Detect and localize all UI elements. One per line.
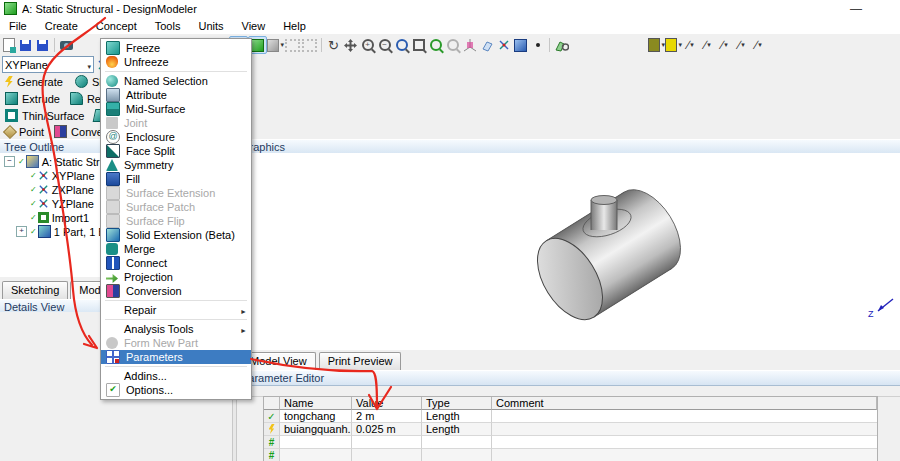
param-comment-cell[interactable] (492, 423, 877, 436)
menu-item-joint: Joint (101, 116, 251, 130)
param-name-cell[interactable]: tongchang (280, 410, 352, 423)
point-button[interactable]: Point (0, 124, 49, 139)
param-name-cell[interactable] (280, 436, 352, 449)
param-comment-cell[interactable] (492, 410, 877, 423)
menu-item-named-selection[interactable]: Named Selection (101, 74, 251, 88)
menu-item-face-split[interactable]: Face Split (101, 144, 251, 158)
point-icon (3, 124, 17, 138)
zoom-out-icon[interactable]: − (376, 37, 393, 53)
minimize-button[interactable]: — (850, 2, 862, 16)
zoom-to-fit-icon[interactable] (427, 37, 444, 53)
triad-z: Z (868, 299, 893, 319)
menu-item-conversion[interactable]: Conversion (101, 284, 251, 298)
tab-print-preview[interactable]: Print Preview (319, 352, 402, 370)
mid-surface-icon (106, 102, 120, 116)
generate-button[interactable]: Generate (0, 74, 68, 89)
thin-surface-button[interactable]: Thin/Surface (0, 108, 89, 123)
edge-color-icon-4[interactable]: ∕ (733, 37, 750, 53)
menu-item-solid-extension[interactable]: Solid Extension (Beta) (101, 228, 251, 242)
save-as-icon[interactable] (34, 37, 51, 53)
plane-axes-icon (38, 170, 49, 181)
tree-item-zxplane[interactable]: ✓ ZXPlane (30, 183, 94, 196)
edge-color-icon-3[interactable]: ∕ (716, 37, 733, 53)
projection-icon (106, 271, 118, 283)
collapse-icon[interactable]: − (4, 156, 15, 167)
menu-item-freeze[interactable]: Freeze (101, 41, 251, 55)
magnifier-window-icon[interactable] (444, 37, 461, 53)
menu-item-symmetry[interactable]: Symmetry (101, 158, 251, 172)
plane-icon[interactable] (478, 37, 495, 53)
param-type-cell: Length (422, 423, 492, 436)
param-name-cell[interactable]: buiangquanh... (280, 423, 352, 436)
param-comment-cell[interactable] (492, 449, 877, 461)
menu-item-fill[interactable]: Fill (101, 172, 251, 186)
tools-menu: Freeze Unfreeze Named Selection Attribut… (100, 38, 252, 400)
parameter-new-row (264, 436, 877, 449)
menu-item-enclosure[interactable]: Enclosure (101, 130, 251, 144)
menu-item-options[interactable]: Options... (101, 383, 251, 397)
value-column-header: Value (352, 397, 422, 410)
extend-selection-icon[interactable] (267, 37, 284, 53)
look-at-face-icon[interactable] (553, 37, 570, 53)
menu-item-addins[interactable]: Addins... (101, 369, 251, 383)
iso-view-icon[interactable] (461, 37, 478, 53)
menu-item-parameters[interactable]: Parameters (101, 350, 251, 364)
save-icon[interactable] (17, 37, 34, 53)
pan-icon[interactable] (342, 37, 359, 53)
point-view-icon[interactable] (529, 37, 546, 53)
tab-sketching[interactable]: Sketching (2, 281, 68, 299)
menu-item-surface-extension: Surface Extension (101, 186, 251, 200)
merge-icon (106, 243, 118, 255)
graphics-viewport[interactable]: Z 0.000 2.500 5.000 (m) 1.250 3.750 (237, 153, 900, 350)
check-icon: ✓ (18, 157, 25, 166)
fill-icon (106, 172, 120, 186)
new-sketch-icon[interactable] (0, 37, 17, 53)
param-value-cell[interactable] (352, 449, 422, 461)
menu-item-attribute[interactable]: Attribute (101, 88, 251, 102)
menu-item-mid-surface[interactable]: Mid-Surface (101, 102, 251, 116)
shaded-exterior-icon[interactable] (648, 37, 665, 53)
plane-selector[interactable]: XYPlane (2, 56, 94, 73)
menu-item-unfreeze[interactable]: Unfreeze (101, 55, 251, 69)
menu-item-analysis-tools[interactable]: Analysis Tools (101, 322, 251, 336)
expand-icon[interactable]: + (16, 226, 27, 237)
param-name-cell[interactable] (280, 449, 352, 461)
param-value-cell[interactable]: 0.025 m (352, 423, 422, 436)
section-display-icon[interactable] (665, 37, 682, 53)
check-icon: ✓ (30, 171, 37, 180)
menu-item-connect[interactable]: Connect (101, 256, 251, 270)
axes-icon[interactable] (495, 37, 512, 53)
image-capture-icon[interactable] (58, 37, 75, 53)
tree-item-yzplane[interactable]: ✓ YZPlane (30, 197, 94, 210)
form-new-part-icon (106, 337, 118, 349)
menu-item-projection[interactable]: Projection (101, 270, 251, 284)
edge-color-icon-5[interactable]: ∕ (750, 37, 767, 53)
menu-create[interactable]: Create (36, 19, 87, 33)
param-comment-cell[interactable] (492, 436, 877, 449)
param-value-cell[interactable] (352, 436, 422, 449)
rotate-icon[interactable] (325, 37, 342, 53)
edge-color-icon-1[interactable]: ∕ (682, 37, 699, 53)
param-type-cell (422, 449, 492, 461)
menu-file[interactable]: File (0, 19, 36, 33)
box-zoom-icon[interactable] (410, 37, 427, 53)
tab-model-view[interactable]: Model View (241, 352, 316, 370)
plane-selector-dropdown-icon[interactable] (86, 59, 91, 71)
menu-concept[interactable]: Concept (87, 19, 146, 33)
extrude-button[interactable]: Extrude (0, 91, 65, 106)
tree-item-xyplane[interactable]: ✓ XYPlane (30, 169, 95, 182)
menu-units[interactable]: Units (189, 19, 232, 33)
edge-color-icon-2[interactable]: ∕ (699, 37, 716, 53)
param-value-cell[interactable]: 2 m (352, 410, 422, 423)
body-view-icon[interactable] (512, 37, 529, 53)
menu-item-merge[interactable]: Merge (101, 242, 251, 256)
zoom-in-icon[interactable]: + (359, 37, 376, 53)
menu-view[interactable]: View (233, 19, 275, 33)
menu-help[interactable]: Help (274, 19, 315, 33)
tree-item-import1[interactable]: ✓ Import1 (30, 211, 89, 224)
check-icon: ✓ (30, 185, 37, 194)
zoom-pointer-icon[interactable] (393, 37, 410, 53)
lasso-select-icon (301, 37, 318, 53)
menu-tools[interactable]: Tools (146, 19, 190, 33)
menu-item-repair[interactable]: Repair (101, 303, 251, 317)
